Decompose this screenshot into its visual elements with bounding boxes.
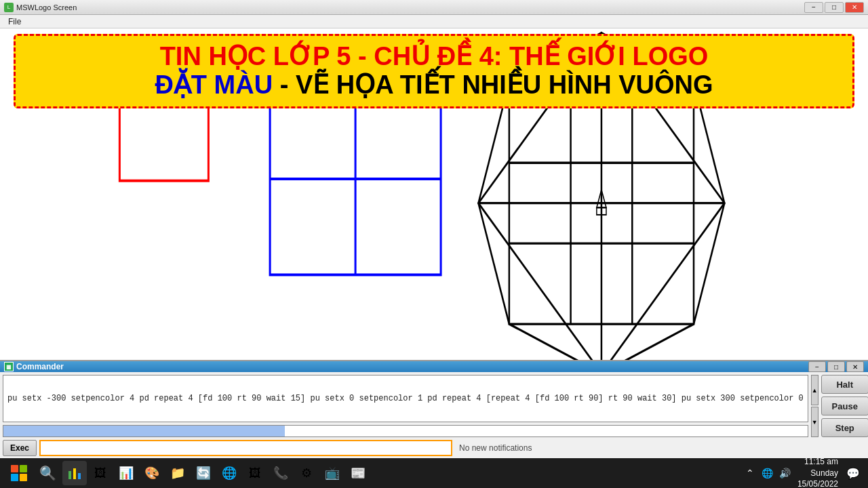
taskbar-search[interactable]: 🔍 <box>35 461 60 485</box>
taskbar-app-8[interactable]: 📞 <box>269 461 293 485</box>
command-input-area: pu setx -300 setpencolor 4 pd repeat 4 [… <box>3 375 865 437</box>
svg-rect-23 <box>73 468 76 479</box>
time-display: 11:15 am <box>797 456 838 468</box>
win-logo-yellow <box>20 474 27 481</box>
taskbar-app-9[interactable]: ⚙ <box>294 461 319 485</box>
taskbar-app-1[interactable] <box>62 461 87 485</box>
step-button[interactable]: Step <box>821 418 868 437</box>
app-icon: L <box>4 3 14 12</box>
taskbar-app-10[interactable]: 📺 <box>320 461 344 485</box>
scroll-arrows: ▲ ▼ <box>811 375 818 437</box>
banner-text-blue: ĐẶT MÀU <box>155 70 273 99</box>
taskbar-right: ⌃ 🌐 🔊 11:15 am Sunday 15/05/2022 💬 <box>743 456 863 488</box>
tray-arrow[interactable]: ⌃ <box>743 466 757 480</box>
taskbar: 🔍 🖼 📊 🎨 📁 🔄 🌐 🖼 📞 ⚙ 📺 📰 ⌃ 🌐 🔊 11:15 am S… <box>0 458 868 488</box>
commander-window-controls: − □ ✕ <box>808 361 864 372</box>
command-entry-input[interactable] <box>39 440 452 456</box>
btn-row-1: Halt Trace <box>821 375 868 394</box>
taskbar-apps: 🖼 📊 🎨 📁 🔄 🌐 🖼 📞 ⚙ 📺 📰 <box>62 461 370 485</box>
svg-rect-24 <box>78 473 81 479</box>
main-canvas-area: TIN HỌC LỚP 5 - CHỦ ĐỀ 4: THẾ GIỚI LOGO … <box>0 28 868 360</box>
pause-button[interactable]: Pause <box>821 396 868 415</box>
title-bar: L MSWLogo Screen − □ ✕ <box>0 0 868 15</box>
command-entry-row: Exec No new notifications <box>3 440 865 456</box>
btn-row-3: Step Reset <box>821 418 868 437</box>
command-text-display: pu setx -300 setpencolor 4 pd repeat 4 [… <box>3 375 808 422</box>
taskbar-app-11[interactable]: 📰 <box>346 461 370 485</box>
command-text: pu setx -300 setpencolor 4 pd repeat 4 [… <box>7 394 804 403</box>
system-tray: ⌃ 🌐 🔊 <box>743 466 792 480</box>
scroll-down-btn[interactable]: ▼ <box>811 407 818 437</box>
clock[interactable]: 11:15 am Sunday 15/05/2022 <box>797 456 838 488</box>
exec-button[interactable]: Exec <box>3 440 37 456</box>
taskbar-app-firefox[interactable]: 🌐 <box>217 461 241 485</box>
banner-line1: TIN HỌC LỚP 5 - CHỦ ĐỀ 4: THẾ GIỚI LOGO <box>29 43 839 71</box>
minimize-button[interactable]: − <box>804 2 823 13</box>
win-logo-blue <box>11 474 18 481</box>
commander-title-left: ▦ Commander <box>4 362 64 371</box>
banner-line2: ĐẶT MÀU - VẼ HỌA TIẾT NHIỀU HÌNH VUÔNG <box>29 71 839 100</box>
banner-text-black: - VẼ HỌA TIẾT NHIỀU HÌNH VUÔNG <box>280 70 713 99</box>
svg-line-18 <box>694 203 724 324</box>
banner: TIN HỌC LỚP 5 - CHỦ ĐỀ 4: THẾ GIỚI LOGO … <box>14 34 854 108</box>
taskbar-app-2[interactable]: 🖼 <box>88 461 113 485</box>
title-bar-left: L MSWLogo Screen <box>4 3 77 12</box>
svg-rect-22 <box>68 471 71 479</box>
win-logo-red <box>11 465 18 472</box>
tray-network[interactable]: 🌐 <box>761 466 774 480</box>
commander-title-text: Commander <box>16 362 64 371</box>
windows-logo <box>11 465 27 481</box>
commander-minimize[interactable]: − <box>808 361 826 372</box>
commander-icon: ▦ <box>4 362 14 371</box>
progress-bar-area <box>3 425 808 437</box>
commander-close[interactable]: ✕ <box>846 361 864 372</box>
progress-fill <box>3 426 285 436</box>
banner-text-red1: TIN HỌC LỚP 5 - CHỦ ĐỀ 4: THẾ GIỚI LOGO <box>160 42 709 70</box>
win-logo-green <box>20 465 27 472</box>
notification-button[interactable]: 💬 <box>844 464 863 483</box>
tray-speaker[interactable]: 🔊 <box>778 466 792 480</box>
taskbar-app-6[interactable]: 🔄 <box>191 461 216 485</box>
close-button[interactable]: ✕ <box>845 2 864 13</box>
maximize-button[interactable]: □ <box>825 2 844 13</box>
window-title: MSWLogo Screen <box>16 3 77 12</box>
status-text: No new notifications <box>455 443 865 453</box>
title-bar-controls: − □ ✕ <box>804 2 864 13</box>
date-display: Sunday <box>797 468 838 479</box>
taskbar-app-7[interactable]: 🖼 <box>243 461 267 485</box>
svg-line-15 <box>479 203 509 324</box>
commander-body: pu setx -300 setpencolor 4 pd repeat 4 [… <box>0 372 868 459</box>
full-date-display: 15/05/2022 <box>797 479 838 488</box>
start-button[interactable] <box>5 460 33 487</box>
btn-row-2: Pause Status <box>821 396 868 415</box>
taskbar-app-5[interactable]: 📁 <box>165 461 190 485</box>
taskbar-app-4[interactable]: 🎨 <box>140 461 164 485</box>
taskbar-app-3[interactable]: 📊 <box>114 461 138 485</box>
menu-bar: File <box>0 15 868 28</box>
commander-title-bar: ▦ Commander − □ ✕ <box>0 361 868 372</box>
scroll-up-btn[interactable]: ▲ <box>811 375 818 405</box>
commander-maximize[interactable]: □ <box>827 361 845 372</box>
control-buttons: Halt Trace Pause Status Step Reset <box>821 375 868 437</box>
halt-button[interactable]: Halt <box>821 375 868 394</box>
menu-file[interactable]: File <box>3 17 26 26</box>
commander-panel: ▦ Commander − □ ✕ pu setx -300 setpencol… <box>0 360 868 458</box>
